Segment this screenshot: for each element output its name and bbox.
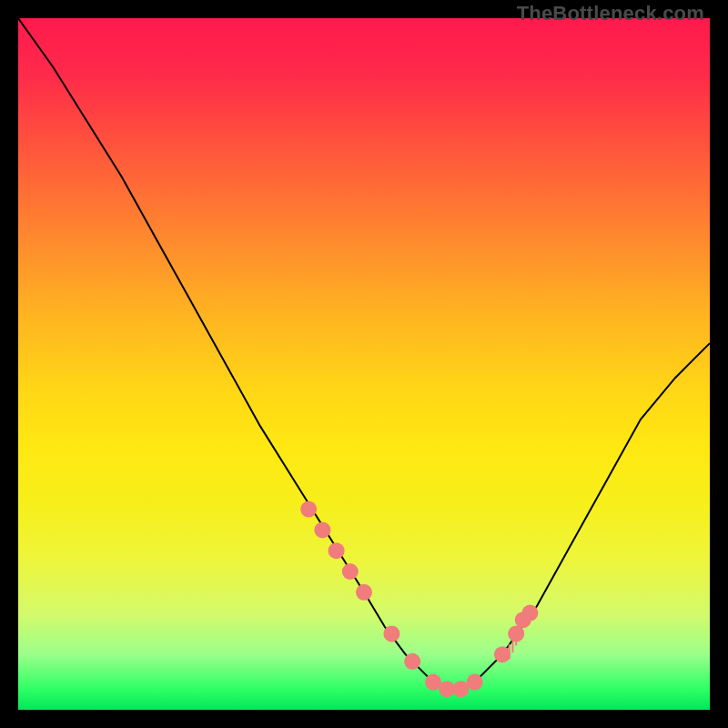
watermark-text: TheBottleneck.com	[517, 2, 704, 25]
marker-dot	[494, 646, 511, 662]
marker-dot	[521, 605, 538, 622]
marker-dot	[356, 584, 372, 601]
chart-frame: TheBottleneck.com	[0, 0, 728, 728]
curve-svg	[18, 18, 710, 710]
plot-area	[18, 18, 710, 710]
marker-dot	[404, 653, 420, 670]
marker-dot	[342, 563, 359, 580]
marker-dot	[467, 674, 483, 691]
marker-dot	[329, 542, 345, 559]
marker-dot	[383, 625, 399, 642]
marker-dot	[300, 501, 317, 518]
marker-dot	[314, 521, 330, 538]
